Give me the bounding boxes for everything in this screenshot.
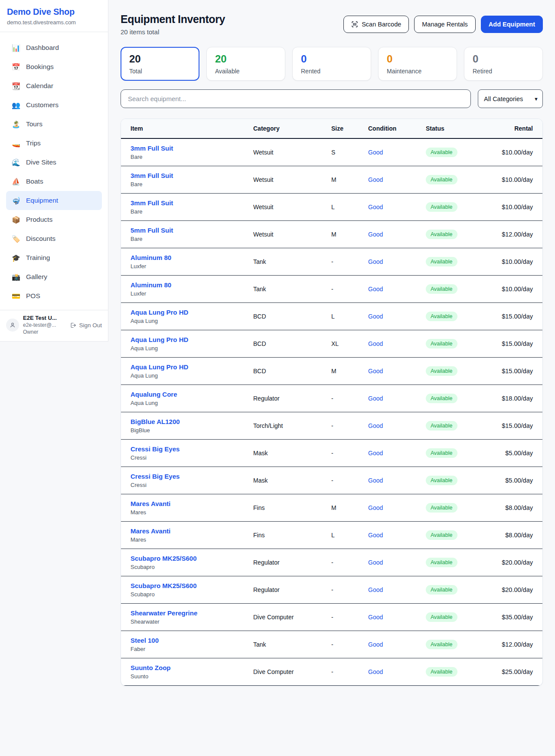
stat-label: Available: [215, 68, 277, 75]
sidebar-item-dashboard[interactable]: 📊 Dashboard: [6, 38, 102, 57]
stat-value: 0: [473, 53, 534, 65]
item-rental-price: $10.00/day: [502, 149, 533, 156]
status-badge: Available: [426, 558, 457, 567]
stat-card-maintenance[interactable]: 0 Maintenance: [378, 47, 457, 81]
sidebar-item-label: Gallery: [26, 273, 47, 281]
table-row: 5mm Full Suit Bare Wetsuit M Good Availa…: [121, 221, 542, 248]
manage-rentals-button[interactable]: Manage Rentals: [414, 16, 476, 33]
item-name-link[interactable]: Shearwater Peregrine: [131, 609, 253, 617]
item-size: -: [331, 385, 368, 412]
sidebar-item-boats[interactable]: ⛵ Boats: [6, 172, 102, 191]
item-size: -: [331, 576, 368, 604]
stat-card-available[interactable]: 20 Available: [206, 47, 285, 81]
item-condition-link[interactable]: Good: [368, 450, 383, 457]
category-select[interactable]: All Categories: [478, 89, 543, 108]
item-condition-link[interactable]: Good: [368, 313, 383, 320]
item-condition-link[interactable]: Good: [368, 176, 383, 183]
item-size: L: [331, 303, 368, 330]
user-email: e2e-tester@...: [23, 322, 66, 328]
search-input[interactable]: [121, 89, 471, 108]
item-name-link[interactable]: Mares Avanti: [131, 527, 253, 535]
table-row: 3mm Full Suit Bare Wetsuit M Good Availa…: [121, 166, 542, 194]
item-condition-link[interactable]: Good: [368, 586, 383, 593]
item-name-link[interactable]: Aqualung Core: [131, 391, 253, 398]
stat-label: Retired: [473, 68, 534, 75]
sign-out-button[interactable]: Sign Out: [70, 322, 102, 329]
item-name-link[interactable]: Aluminum 80: [131, 254, 253, 261]
item-condition-link[interactable]: Good: [368, 668, 383, 675]
sidebar-item-label: Equipment: [26, 197, 58, 204]
stat-value: 0: [301, 53, 362, 65]
item-size: -: [331, 631, 368, 658]
item-condition-link[interactable]: Good: [368, 395, 383, 402]
sidebar-item-discounts[interactable]: 🏷️ Discounts: [6, 229, 102, 248]
item-condition-link[interactable]: Good: [368, 422, 383, 429]
item-brand: Bare: [131, 208, 253, 215]
sidebar-item-customers[interactable]: 👥 Customers: [6, 95, 102, 115]
item-condition-link[interactable]: Good: [368, 559, 383, 566]
item-condition-link[interactable]: Good: [368, 286, 383, 293]
item-name-link[interactable]: Steel 100: [131, 637, 253, 644]
sidebar-item-equipment[interactable]: 🤿 Equipment: [6, 191, 102, 210]
item-name-link[interactable]: Aluminum 80: [131, 281, 253, 289]
item-rental-price: $12.00/day: [502, 231, 533, 238]
item-name-link[interactable]: Cressi Big Eyes: [131, 445, 253, 453]
item-condition-link[interactable]: Good: [368, 231, 383, 238]
item-name-link[interactable]: Aqua Lung Pro HD: [131, 363, 253, 371]
item-condition-link[interactable]: Good: [368, 532, 383, 539]
item-name-link[interactable]: 5mm Full Suit: [131, 227, 253, 234]
add-equipment-button[interactable]: Add Equipment: [481, 16, 543, 33]
item-brand: Mares: [131, 509, 253, 516]
avatar: [6, 319, 19, 332]
item-condition-link[interactable]: Good: [368, 340, 383, 347]
sidebar-item-trips[interactable]: 🚤 Trips: [6, 134, 102, 153]
item-name-link[interactable]: 3mm Full Suit: [131, 172, 253, 179]
item-name-link[interactable]: 3mm Full Suit: [131, 145, 253, 152]
item-condition-link[interactable]: Good: [368, 368, 383, 375]
stat-card-rented[interactable]: 0 Rented: [292, 47, 371, 81]
dashboard-icon: 📊: [12, 44, 20, 52]
item-name-link[interactable]: BigBlue AL1200: [131, 418, 253, 425]
item-brand: Luxfer: [131, 290, 253, 297]
item-name-link[interactable]: Cressi Big Eyes: [131, 473, 253, 480]
item-brand: Aqua Lung: [131, 372, 253, 379]
sidebar-item-pos[interactable]: 💳 POS: [6, 286, 102, 306]
sidebar-item-calendar[interactable]: 📆 Calendar: [6, 76, 102, 95]
sidebar-item-tours[interactable]: 🏝️ Tours: [6, 115, 102, 134]
item-condition-link[interactable]: Good: [368, 641, 383, 648]
item-name-link[interactable]: Scubapro MK25/S600: [131, 582, 253, 589]
item-size: M: [331, 494, 368, 522]
sidebar-item-label: Training: [26, 254, 50, 262]
item-size: M: [331, 166, 368, 194]
sidebar-item-products[interactable]: 📦 Products: [6, 210, 102, 229]
item-name-link[interactable]: 3mm Full Suit: [131, 199, 253, 207]
item-name-link[interactable]: Mares Avanti: [131, 500, 253, 507]
item-rental-price: $15.00/day: [502, 340, 533, 347]
item-category: Fins: [253, 522, 331, 549]
item-condition-link[interactable]: Good: [368, 477, 383, 484]
item-name-link[interactable]: Aqua Lung Pro HD: [131, 336, 253, 343]
item-condition-link[interactable]: Good: [368, 258, 383, 265]
column-header-rental: Rental: [493, 119, 542, 138]
stat-card-retired[interactable]: 0 Retired: [464, 47, 543, 81]
scan-barcode-button[interactable]: Scan Barcode: [343, 16, 409, 33]
stat-value: 20: [129, 53, 191, 65]
sidebar-item-gallery[interactable]: 📸 Gallery: [6, 267, 102, 286]
sign-out-icon: [70, 322, 76, 329]
brand-domain: demo.test.divestreams.com: [7, 19, 101, 26]
item-name-link[interactable]: Aqua Lung Pro HD: [131, 309, 253, 316]
sidebar-item-dive-sites[interactable]: 🌊 Dive Sites: [6, 153, 102, 172]
user-info: E2E Test U... e2e-tester@... Owner: [23, 315, 66, 335]
item-condition-link[interactable]: Good: [368, 504, 383, 511]
item-size: -: [331, 412, 368, 440]
stat-card-total[interactable]: 20 Total: [121, 47, 199, 81]
item-condition-link[interactable]: Good: [368, 204, 383, 210]
item-condition-link[interactable]: Good: [368, 614, 383, 621]
item-name-link[interactable]: Scubapro MK25/S600: [131, 555, 253, 562]
brand-title[interactable]: Demo Dive Shop: [7, 7, 101, 17]
sidebar-item-training[interactable]: 🎓 Training: [6, 248, 102, 267]
item-size: S: [331, 138, 368, 166]
item-name-link[interactable]: Suunto Zoop: [131, 664, 253, 671]
item-condition-link[interactable]: Good: [368, 149, 383, 156]
sidebar-item-bookings[interactable]: 📅 Bookings: [6, 57, 102, 76]
